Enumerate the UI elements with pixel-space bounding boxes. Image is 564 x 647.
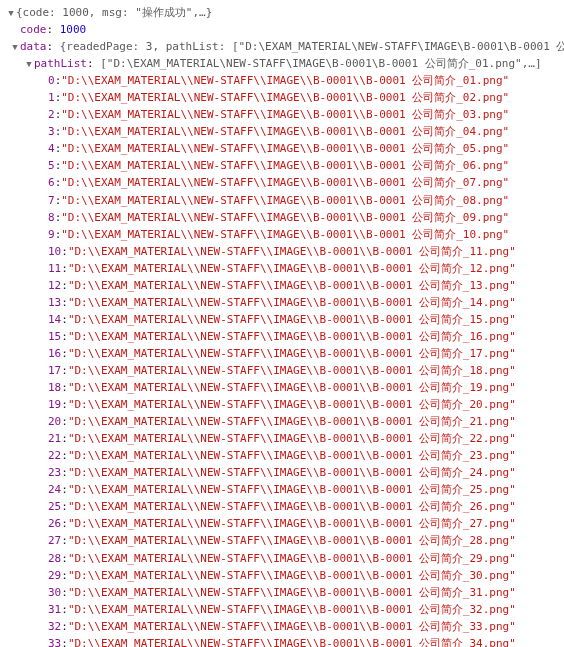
array-value: "D:\\EXAM_MATERIAL\\NEW-STAFF\\IMAGE\\B-…: [68, 311, 516, 328]
pathlist-item[interactable]: 18: "D:\\EXAM_MATERIAL\\NEW-STAFF\\IMAGE…: [6, 379, 564, 396]
colon: :: [61, 601, 68, 618]
array-index: 33: [48, 635, 61, 647]
json-prop-code[interactable]: code : 1000: [6, 21, 564, 38]
collapse-icon[interactable]: ▼: [24, 58, 34, 72]
colon: :: [87, 55, 100, 72]
colon: :: [61, 362, 68, 379]
pathlist-item[interactable]: 31: "D:\\EXAM_MATERIAL\\NEW-STAFF\\IMAGE…: [6, 601, 564, 618]
pathlist-item[interactable]: 4: "D:\\EXAM_MATERIAL\\NEW-STAFF\\IMAGE\…: [6, 140, 564, 157]
colon: :: [55, 174, 62, 191]
colon: :: [61, 277, 68, 294]
array-value: "D:\\EXAM_MATERIAL\\NEW-STAFF\\IMAGE\\B-…: [61, 192, 509, 209]
pathlist-item[interactable]: 15: "D:\\EXAM_MATERIAL\\NEW-STAFF\\IMAGE…: [6, 328, 564, 345]
colon: :: [55, 106, 62, 123]
pathlist-item[interactable]: 27: "D:\\EXAM_MATERIAL\\NEW-STAFF\\IMAGE…: [6, 532, 564, 549]
array-index: 20: [48, 413, 61, 430]
pathlist-item[interactable]: 0: "D:\\EXAM_MATERIAL\\NEW-STAFF\\IMAGE\…: [6, 72, 564, 89]
colon: :: [61, 345, 68, 362]
array-value: "D:\\EXAM_MATERIAL\\NEW-STAFF\\IMAGE\\B-…: [61, 209, 509, 226]
array-value: "D:\\EXAM_MATERIAL\\NEW-STAFF\\IMAGE\\B-…: [68, 447, 516, 464]
pathlist-summary: ["D:\EXAM_MATERIAL\NEW-STAFF\IMAGE\B-000…: [100, 55, 541, 72]
array-index: 11: [48, 260, 61, 277]
colon: :: [61, 447, 68, 464]
pathlist-item[interactable]: 16: "D:\\EXAM_MATERIAL\\NEW-STAFF\\IMAGE…: [6, 345, 564, 362]
array-value: "D:\\EXAM_MATERIAL\\NEW-STAFF\\IMAGE\\B-…: [68, 294, 516, 311]
pathlist-item[interactable]: 30: "D:\\EXAM_MATERIAL\\NEW-STAFF\\IMAGE…: [6, 584, 564, 601]
pathlist-item[interactable]: 9: "D:\\EXAM_MATERIAL\\NEW-STAFF\\IMAGE\…: [6, 226, 564, 243]
array-value: "D:\\EXAM_MATERIAL\\NEW-STAFF\\IMAGE\\B-…: [68, 430, 516, 447]
pathlist-item[interactable]: 19: "D:\\EXAM_MATERIAL\\NEW-STAFF\\IMAGE…: [6, 396, 564, 413]
root-summary: {code: 1000, msg: "操作成功",…}: [16, 4, 212, 21]
array-value: "D:\\EXAM_MATERIAL\\NEW-STAFF\\IMAGE\\B-…: [61, 140, 509, 157]
array-index: 6: [48, 174, 55, 191]
array-value: "D:\\EXAM_MATERIAL\\NEW-STAFF\\IMAGE\\B-…: [68, 567, 516, 584]
pathlist-item[interactable]: 13: "D:\\EXAM_MATERIAL\\NEW-STAFF\\IMAGE…: [6, 294, 564, 311]
pathlist-item[interactable]: 5: "D:\\EXAM_MATERIAL\\NEW-STAFF\\IMAGE\…: [6, 157, 564, 174]
pathlist-item[interactable]: 25: "D:\\EXAM_MATERIAL\\NEW-STAFF\\IMAGE…: [6, 498, 564, 515]
pathlist-item[interactable]: 1: "D:\\EXAM_MATERIAL\\NEW-STAFF\\IMAGE\…: [6, 89, 564, 106]
json-prop-data[interactable]: ▼ data : {readedPage: 3, pathList: ["D:\…: [6, 38, 564, 55]
array-value: "D:\\EXAM_MATERIAL\\NEW-STAFF\\IMAGE\\B-…: [68, 498, 516, 515]
pathlist-item[interactable]: 28: "D:\\EXAM_MATERIAL\\NEW-STAFF\\IMAGE…: [6, 550, 564, 567]
pathlist-item[interactable]: 7: "D:\\EXAM_MATERIAL\\NEW-STAFF\\IMAGE\…: [6, 192, 564, 209]
pathlist-item[interactable]: 8: "D:\\EXAM_MATERIAL\\NEW-STAFF\\IMAGE\…: [6, 209, 564, 226]
array-index: 12: [48, 277, 61, 294]
pathlist-item[interactable]: 14: "D:\\EXAM_MATERIAL\\NEW-STAFF\\IMAGE…: [6, 311, 564, 328]
pathlist-item[interactable]: 33: "D:\\EXAM_MATERIAL\\NEW-STAFF\\IMAGE…: [6, 635, 564, 647]
pathlist-item[interactable]: 20: "D:\\EXAM_MATERIAL\\NEW-STAFF\\IMAGE…: [6, 413, 564, 430]
colon: :: [61, 413, 68, 430]
pathlist-item[interactable]: 21: "D:\\EXAM_MATERIAL\\NEW-STAFF\\IMAGE…: [6, 430, 564, 447]
pathlist-item[interactable]: 17: "D:\\EXAM_MATERIAL\\NEW-STAFF\\IMAGE…: [6, 362, 564, 379]
array-index: 1: [48, 89, 55, 106]
pathlist-item[interactable]: 3: "D:\\EXAM_MATERIAL\\NEW-STAFF\\IMAGE\…: [6, 123, 564, 140]
colon: :: [61, 618, 68, 635]
array-value: "D:\\EXAM_MATERIAL\\NEW-STAFF\\IMAGE\\B-…: [68, 464, 516, 481]
colon: :: [61, 635, 68, 647]
array-index: 5: [48, 157, 55, 174]
array-index: 3: [48, 123, 55, 140]
array-index: 25: [48, 498, 61, 515]
colon: :: [55, 209, 62, 226]
array-value: "D:\\EXAM_MATERIAL\\NEW-STAFF\\IMAGE\\B-…: [68, 515, 516, 532]
array-index: 30: [48, 584, 61, 601]
array-value: "D:\\EXAM_MATERIAL\\NEW-STAFF\\IMAGE\\B-…: [68, 532, 516, 549]
collapse-icon[interactable]: ▼: [6, 7, 16, 21]
pathlist-item[interactable]: 29: "D:\\EXAM_MATERIAL\\NEW-STAFF\\IMAGE…: [6, 567, 564, 584]
pathlist-item[interactable]: 26: "D:\\EXAM_MATERIAL\\NEW-STAFF\\IMAGE…: [6, 515, 564, 532]
colon: :: [61, 430, 68, 447]
array-index: 10: [48, 243, 61, 260]
json-root-row[interactable]: ▼ {code: 1000, msg: "操作成功",…}: [6, 4, 564, 21]
pathlist-item[interactable]: 12: "D:\\EXAM_MATERIAL\\NEW-STAFF\\IMAGE…: [6, 277, 564, 294]
colon: :: [61, 515, 68, 532]
colon: :: [61, 260, 68, 277]
array-value: "D:\\EXAM_MATERIAL\\NEW-STAFF\\IMAGE\\B-…: [68, 601, 516, 618]
pathlist-item[interactable]: 6: "D:\\EXAM_MATERIAL\\NEW-STAFF\\IMAGE\…: [6, 174, 564, 191]
array-value: "D:\\EXAM_MATERIAL\\NEW-STAFF\\IMAGE\\B-…: [61, 106, 509, 123]
prop-key: pathList: [34, 55, 87, 72]
colon: :: [61, 550, 68, 567]
array-value: "D:\\EXAM_MATERIAL\\NEW-STAFF\\IMAGE\\B-…: [61, 123, 509, 140]
prop-value: 1000: [60, 21, 87, 38]
pathlist-item[interactable]: 32: "D:\\EXAM_MATERIAL\\NEW-STAFF\\IMAGE…: [6, 618, 564, 635]
colon: :: [61, 532, 68, 549]
json-prop-pathlist[interactable]: ▼ pathList : ["D:\EXAM_MATERIAL\NEW-STAF…: [6, 55, 564, 72]
pathlist-items: 0: "D:\\EXAM_MATERIAL\\NEW-STAFF\\IMAGE\…: [6, 72, 564, 647]
array-value: "D:\\EXAM_MATERIAL\\NEW-STAFF\\IMAGE\\B-…: [68, 362, 516, 379]
pathlist-item[interactable]: 2: "D:\\EXAM_MATERIAL\\NEW-STAFF\\IMAGE\…: [6, 106, 564, 123]
array-value: "D:\\EXAM_MATERIAL\\NEW-STAFF\\IMAGE\\B-…: [68, 550, 516, 567]
colon: :: [55, 157, 62, 174]
array-value: "D:\\EXAM_MATERIAL\\NEW-STAFF\\IMAGE\\B-…: [68, 481, 516, 498]
colon: :: [47, 21, 60, 38]
pathlist-item[interactable]: 10: "D:\\EXAM_MATERIAL\\NEW-STAFF\\IMAGE…: [6, 243, 564, 260]
pathlist-item[interactable]: 11: "D:\\EXAM_MATERIAL\\NEW-STAFF\\IMAGE…: [6, 260, 564, 277]
colon: :: [61, 243, 68, 260]
collapse-icon[interactable]: ▼: [10, 41, 20, 55]
array-index: 24: [48, 481, 61, 498]
pathlist-item[interactable]: 24: "D:\\EXAM_MATERIAL\\NEW-STAFF\\IMAGE…: [6, 481, 564, 498]
array-index: 21: [48, 430, 61, 447]
pathlist-item[interactable]: 23: "D:\\EXAM_MATERIAL\\NEW-STAFF\\IMAGE…: [6, 464, 564, 481]
colon: :: [61, 481, 68, 498]
prop-key: code: [20, 21, 47, 38]
pathlist-item[interactable]: 22: "D:\\EXAM_MATERIAL\\NEW-STAFF\\IMAGE…: [6, 447, 564, 464]
array-value: "D:\\EXAM_MATERIAL\\NEW-STAFF\\IMAGE\\B-…: [61, 72, 509, 89]
